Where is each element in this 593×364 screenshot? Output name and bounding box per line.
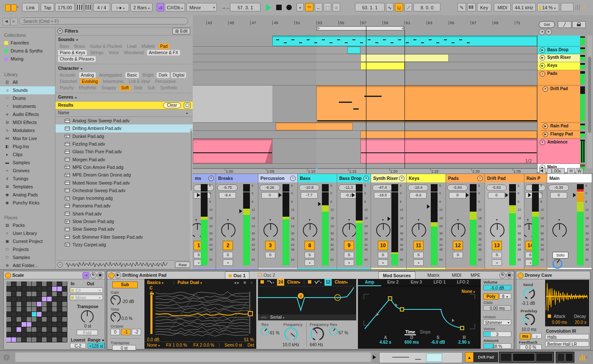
strip-peak-display[interactable]: -5.84 [447, 185, 468, 191]
filter-tag[interactable]: Brass [72, 44, 87, 49]
arrangement-overview[interactable] [379, 352, 463, 363]
edit-filters-button[interactable]: ⊞ Edit [172, 28, 190, 34]
show-chain-arrow-icon[interactable] [373, 355, 376, 359]
arrangement-clip[interactable] [347, 47, 360, 54]
track-header-drift-pad[interactable]: ▼Drift Pad [540, 85, 580, 123]
play-button[interactable] [266, 4, 272, 11]
strip-name[interactable]: Keys [407, 174, 446, 182]
scale-grid-cell[interactable] [42, 337, 47, 342]
strip-name[interactable]: Percussion≡ [258, 174, 297, 182]
scale-grid-cell[interactable] [52, 337, 57, 342]
scale-grid-cell[interactable] [42, 287, 47, 291]
scale-grid-cell[interactable] [27, 292, 31, 296]
filter-tag[interactable]: Ambience & FX [147, 50, 180, 55]
amount-value[interactable]: 38 % [483, 343, 511, 349]
result-item[interactable]: Panorama Pad.adv [55, 202, 193, 210]
scale-grid-cell[interactable] [22, 302, 26, 306]
device-chain-minimap[interactable] [499, 352, 554, 363]
strip-peak-display[interactable]: -9.75 [217, 185, 238, 191]
filter-tag[interactable]: Punchy [58, 85, 75, 91]
device-chain-minimap-2[interactable] [556, 352, 574, 363]
filter-tag[interactable]: Lead [125, 44, 138, 49]
track-lane[interactable] [193, 131, 537, 139]
monitor-button[interactable]: ● [492, 259, 502, 266]
filter-tag[interactable]: Arpeggiated [97, 72, 124, 78]
mixer-strip-bass-drop[interactable]: Bass Drop▼-11.3-0.2▾9S●60612182430364248… [337, 174, 371, 270]
adsr-value[interactable]: 4.62 s [375, 340, 396, 345]
f1-res-value[interactable]: 61 % [270, 331, 280, 335]
scale-grid-cell[interactable] [37, 332, 42, 337]
solo-button[interactable]: S [344, 252, 354, 258]
collection-item[interactable]: Drums & Synths [0, 47, 55, 55]
filter-tag[interactable]: Digital [171, 72, 186, 78]
scale-grid-cell[interactable] [32, 297, 36, 301]
scale-grid-cell[interactable] [22, 292, 26, 296]
collection-item[interactable]: Mixing [0, 55, 55, 63]
strip-gain-field[interactable]: 0 [449, 192, 466, 199]
poly-button[interactable]: Poly [483, 293, 499, 300]
decay-value[interactable]: 20.0 s [575, 320, 586, 325]
arrangement-position-field[interactable]: 57. 3. 1 [230, 3, 260, 11]
scale-grid-cell[interactable] [57, 292, 62, 296]
range-value[interactable]: +128 st [88, 343, 105, 348]
transpose-knob[interactable] [81, 310, 94, 323]
places-item-user-library[interactable]: ○User Library [0, 229, 55, 237]
wt-semi[interactable]: Semi 0 st [224, 343, 242, 347]
library-item-max-for-live[interactable]: ⋈Max for Live [0, 135, 55, 143]
scale-grid-cell[interactable] [52, 287, 57, 291]
device-warning-icon[interactable]: ▲ [465, 352, 474, 362]
wt-lines-view-icon[interactable]: ≡ [244, 280, 246, 285]
device-on-toggle[interactable] [108, 273, 114, 279]
scale-device-title-bar[interactable]: Scale ♭♯ ↻ ▣ [4, 271, 105, 279]
tone-knob[interactable] [111, 312, 121, 322]
scale-grid-cell[interactable] [11, 307, 16, 312]
track-lane[interactable] [193, 123, 537, 131]
strip-pan-knob[interactable] [552, 223, 567, 237]
strip-group-icon[interactable]: ≡ [477, 176, 483, 181]
strip-gain-field[interactable]: 0 [261, 192, 278, 199]
scale-grid-cell[interactable] [42, 281, 47, 286]
scale-grid[interactable] [6, 281, 67, 342]
volume-handle[interactable] [573, 193, 576, 197]
strip-name[interactable]: Pads≡ [446, 174, 485, 182]
strip-peak-display[interactable]: -10.8 [299, 185, 319, 191]
solo-button[interactable]: S [492, 252, 502, 258]
mixer-strip-keys[interactable]: Keys-19.4-6.6▾11S●6061218243036424860 [407, 174, 446, 270]
mixer-strip-main[interactable]: Main-0.300▾Solo6061218243036424860 [547, 174, 592, 270]
ir-display[interactable]: Attack Decay 0.00 ms 20.0 s [545, 280, 589, 326]
scale-grid-cell[interactable] [37, 327, 42, 332]
track-lane[interactable] [193, 54, 537, 62]
filter-tag[interactable]: Sub [146, 85, 157, 91]
scale-grid-cell[interactable] [62, 292, 67, 296]
arrangement-clip[interactable] [316, 85, 537, 122]
filter-tag[interactable]: Synthetic [158, 85, 179, 91]
strip-pan-knob[interactable] [376, 223, 391, 237]
device-on-toggle[interactable] [518, 273, 524, 279]
scale-mode-select[interactable]: Minor▼ [70, 295, 103, 300]
beat-time-ruler[interactable]: 434547495153555759616365676971 [193, 19, 537, 26]
scale-grid-cell[interactable] [27, 297, 31, 301]
scale-grid-cell[interactable] [27, 322, 31, 327]
library-item-audio-effects[interactable]: ≑Audio Effects [0, 110, 55, 119]
tab-osc1[interactable]: Osc 1 [225, 271, 249, 279]
library-item-punchy-kicks[interactable]: ◉Punchy Kicks [0, 199, 55, 207]
draw-mode-region-button[interactable]: ⬚ [324, 3, 331, 11]
scale-grid-cell[interactable] [22, 287, 26, 291]
monitor-button[interactable]: ● [378, 259, 388, 266]
scale-grid-cell[interactable] [62, 307, 67, 312]
track-unfold-icon[interactable]: ▶ [543, 132, 548, 137]
scale-grid-cell[interactable] [52, 327, 57, 332]
scale-grid-cell[interactable] [11, 332, 16, 337]
scale-grid-cell[interactable] [6, 337, 11, 342]
solo-button[interactable]: S [305, 252, 315, 258]
strip-gain-field[interactable]: 0 [550, 192, 567, 199]
track-header-ambience[interactable]: ▼Ambience [538, 139, 580, 164]
scale-grid-cell[interactable] [32, 281, 36, 286]
scale-grid-cell[interactable] [11, 322, 16, 327]
scale-grid-cell[interactable] [37, 307, 42, 312]
scale-grid-cell[interactable] [62, 322, 67, 327]
scale-grid-cell[interactable] [47, 287, 52, 291]
volume-handle[interactable] [388, 217, 391, 221]
scale-grid-cell[interactable] [6, 287, 11, 291]
tab-matrix[interactable]: Matrix [424, 271, 443, 279]
